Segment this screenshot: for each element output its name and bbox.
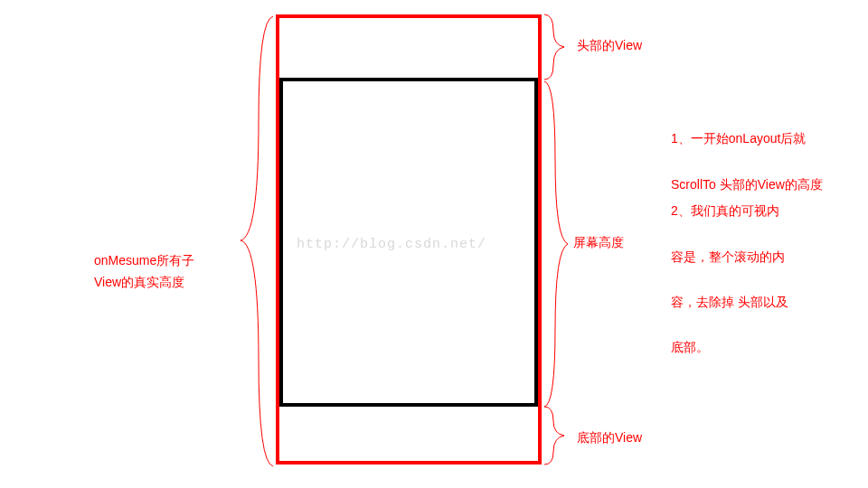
label-footer-view: 底部的View xyxy=(577,430,642,446)
label-onmeasure-2: View的真实高度 xyxy=(94,271,184,294)
watermark-text: http://blog.csdn.net/ xyxy=(297,237,486,252)
brace-top-icon xyxy=(542,13,573,85)
label-onmeasure-1: onMesume所有子 xyxy=(94,249,194,272)
note-2: 2、我们真的可视内 容是，整个滚动的内 容，去除掉 头部以及 底部。 xyxy=(671,177,788,360)
note-2-line4: 底部。 xyxy=(671,340,709,354)
brace-bottom-icon xyxy=(542,405,573,472)
label-screen-height: 屏幕高度 xyxy=(573,235,624,251)
note-2-line2: 容是，整个滚动的内 xyxy=(671,249,785,264)
note-1-line1: 1、一开始onLayout后就 xyxy=(671,131,806,145)
note-2-line1: 2、我们真的可视内 xyxy=(671,203,779,218)
label-header-view: 头部的View xyxy=(577,38,642,54)
note-2-line3: 容，去除掉 头部以及 xyxy=(671,295,788,309)
brace-left-icon xyxy=(231,13,277,472)
